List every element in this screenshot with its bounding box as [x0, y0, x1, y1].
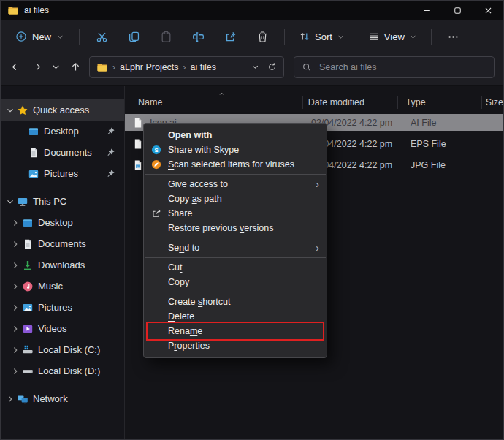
documents-icon	[28, 147, 39, 159]
chev-right-icon	[10, 366, 20, 376]
sidebar-item-quick-access[interactable]: Quick access	[1, 99, 124, 121]
toolbar-divider	[79, 29, 80, 45]
rename-button[interactable]	[183, 24, 213, 49]
up-button[interactable]	[66, 57, 85, 77]
sort-button[interactable]: Sort	[292, 26, 351, 47]
menu-item-share-with-skype[interactable]: SShare with Skype	[144, 143, 327, 157]
file-explorer-window: ai files New Sort View	[0, 0, 504, 440]
menu-item-copy-as-path[interactable]: Copy as path	[144, 191, 327, 206]
menu-item-open-with[interactable]: Open with	[144, 128, 327, 143]
menu-item-rename[interactable]: Rename	[144, 324, 327, 338]
share-icon	[224, 31, 237, 43]
close-button[interactable]	[473, 1, 503, 20]
minimize-button[interactable]	[411, 1, 442, 20]
forward-button[interactable]	[26, 57, 46, 77]
column-header-label: Size	[486, 97, 503, 107]
sidebar-item-videos[interactable]: Videos	[1, 318, 124, 339]
sidebar-item-label: Music	[38, 281, 63, 292]
sidebar-item-this-pc[interactable]: This PC	[1, 191, 124, 212]
pin-icon	[106, 148, 115, 157]
address-dropdown-icon[interactable]	[251, 62, 260, 72]
search-input[interactable]	[318, 61, 486, 73]
menu-separator	[145, 292, 326, 292]
view-button[interactable]: View	[362, 26, 424, 47]
address-bar: › aLphr Projects › ai files	[1, 53, 503, 86]
copy-button[interactable]	[119, 24, 148, 49]
downloads-icon	[22, 259, 34, 271]
search-icon	[302, 62, 312, 72]
column-header-name[interactable]: Name	[125, 93, 302, 112]
toolbar-divider	[431, 29, 432, 45]
chevron-down-icon	[337, 33, 345, 41]
sidebar-item-pictures[interactable]: Pictures	[1, 163, 124, 184]
menu-item-label: Copy as path	[168, 194, 222, 204]
breadcrumb-separator-icon: ›	[112, 62, 115, 72]
sidebar-item-local-disk-d[interactable]: Local Disk (D:)	[1, 360, 124, 382]
videos-icon	[22, 323, 34, 335]
sidebar-item-pictures[interactable]: Pictures	[1, 297, 124, 318]
breadcrumb-segment[interactable]: aLphr Projects	[120, 62, 179, 72]
menu-item-copy[interactable]: Copy	[144, 275, 327, 289]
refresh-icon[interactable]	[267, 62, 277, 72]
see-more-button[interactable]	[439, 24, 468, 49]
copy-icon	[128, 31, 140, 43]
menu-item-create-shortcut[interactable]: Create shortcut	[144, 295, 327, 309]
file-image-icon	[132, 159, 144, 171]
recent-locations-button[interactable]	[46, 57, 66, 77]
chevron-down-icon	[56, 33, 64, 41]
menu-item-share[interactable]: Share	[144, 206, 327, 221]
submenu-arrow-icon: ›	[316, 179, 319, 189]
share-button[interactable]	[215, 24, 245, 49]
new-button[interactable]: New	[8, 26, 72, 47]
column-header-label: Date modified	[308, 97, 364, 107]
cut-button[interactable]	[87, 24, 116, 49]
column-header-label: Name	[138, 97, 162, 107]
sidebar-item-documents[interactable]: Documents	[1, 142, 124, 163]
search-box[interactable]	[294, 56, 495, 78]
skype-icon: S	[151, 145, 161, 155]
menu-item-cut[interactable]: Cut	[144, 260, 327, 275]
context-menu: Open withSShare with SkypeScan selected …	[143, 123, 327, 358]
folder-icon	[7, 4, 19, 16]
back-button[interactable]	[7, 57, 26, 77]
column-header-type[interactable]: Type	[397, 93, 481, 112]
delete-button[interactable]	[248, 24, 277, 49]
star-icon	[17, 105, 28, 116]
menu-item-label: Open with	[168, 130, 212, 140]
menu-item-label: Share with Skype	[168, 145, 239, 155]
sidebar-gap	[1, 184, 124, 191]
menu-item-give-access-to[interactable]: Give access to›	[144, 177, 327, 191]
breadcrumb-segment[interactable]: ai files	[191, 62, 216, 72]
chev-down-icon	[5, 105, 15, 115]
pin-icon	[106, 169, 115, 178]
menu-item-label: Cut	[168, 262, 182, 273]
menu-item-properties[interactable]: Properties	[144, 338, 327, 353]
titlebar: ai files	[1, 1, 503, 20]
maximize-button[interactable]	[442, 1, 473, 20]
file-size	[487, 154, 503, 175]
menu-item-scan-selected-items-for-viruses[interactable]: Scan selected items for viruses	[144, 157, 327, 172]
sidebar-item-label: Pictures	[44, 168, 78, 179]
plus-circle-icon	[15, 31, 27, 42]
sidebar-item-desktop[interactable]: Desktop	[1, 212, 124, 233]
sidebar-item-documents[interactable]: Documents	[1, 233, 124, 254]
menu-item-label: Delete	[168, 311, 194, 322]
pc-icon	[17, 196, 28, 208]
breadcrumb-separator-icon: ›	[183, 62, 186, 72]
menu-item-delete[interactable]: Delete	[144, 309, 327, 324]
paste-button[interactable]	[151, 24, 180, 49]
menu-separator	[145, 257, 326, 258]
sidebar-item-network[interactable]: Network	[1, 388, 124, 409]
sidebar-item-local-disk-c[interactable]: Local Disk (C:)	[1, 339, 124, 360]
view-button-label: View	[384, 31, 405, 42]
menu-item-send-to[interactable]: Send to›	[144, 240, 327, 255]
menu-item-restore-previous-versions[interactable]: Restore previous versions	[144, 221, 327, 235]
submenu-arrow-icon: ›	[316, 243, 319, 253]
sidebar-item-music[interactable]: Music	[1, 276, 124, 297]
sidebar-item-downloads[interactable]: Downloads	[1, 254, 124, 276]
column-header-size[interactable]: Size	[481, 93, 503, 112]
sidebar-item-desktop[interactable]: Desktop	[1, 121, 124, 142]
toolbar-divider	[284, 29, 285, 45]
breadcrumb[interactable]: › aLphr Projects › ai files	[89, 56, 284, 78]
column-header-date-modified[interactable]: Date modified	[302, 93, 397, 112]
